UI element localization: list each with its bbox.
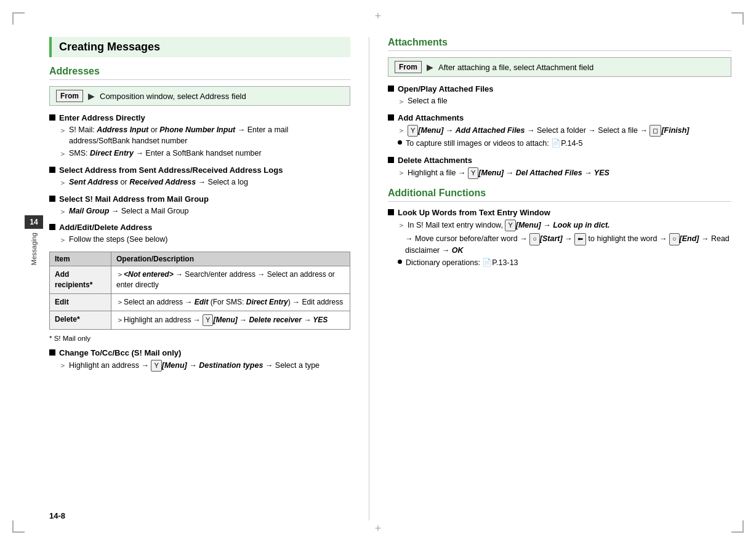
bullet-change-toccbcc: Change To/Cc/Bcc (S! Mail only) ＞ Highli… — [49, 348, 350, 372]
black-square-icon — [388, 114, 394, 121]
black-square-icon — [49, 224, 55, 230]
table-footnote: * S! Mail only — [49, 335, 350, 342]
black-square-icon — [49, 196, 55, 202]
corner-tl — [12, 12, 25, 25]
bullet-label-openplay: Open/Play Attached Files — [398, 84, 494, 93]
bullet-mail-group: Select S! Mail Address from Mail Group ＞… — [49, 194, 350, 217]
circle-bullet-icon — [398, 260, 402, 264]
bullet-heading-addattach: Add Attachments — [388, 113, 731, 122]
bullet-label-addattach: Add Attachments — [398, 113, 464, 122]
arrow-item: ＞ Select a file — [398, 96, 731, 107]
corner-tr — [731, 12, 744, 25]
black-square-icon — [388, 86, 394, 92]
bullet-label-mailgroup: Select S! Mail Address from Mail Group — [59, 194, 209, 204]
table-cell-desc: ＞Select an address → Edit (For SMS: Dire… — [111, 293, 350, 311]
arrow-item: ＞ Mail Group → Select a Mail Group — [59, 206, 350, 217]
black-square-icon — [49, 349, 55, 356]
arrow-text: Highlight an address → Y[Menu] → Destina… — [69, 360, 320, 372]
bullet-label-addedit: Add/Edit/Delete Address — [59, 223, 152, 232]
arrow-item: ＞ Highlight a file → Y[Menu] → Del Attac… — [398, 167, 731, 179]
arrow-icon: ＞ — [59, 125, 66, 136]
black-square-icon — [388, 209, 394, 215]
indent-text: → Move cursor before/after word → ○[Star… — [405, 233, 731, 256]
corner-br — [731, 520, 744, 533]
black-square-icon — [388, 157, 394, 163]
bullet-label-toccbcc: Change To/Cc/Bcc (S! Mail only) — [59, 348, 181, 357]
circle-text: To capture still images or videos to att… — [406, 138, 582, 149]
table-cell-item: Edit — [50, 293, 111, 311]
bullet-label-lookup: Look Up Words from Text Entry Window — [398, 208, 550, 217]
table-row: Delete* ＞Highlight an address → Y[Menu] … — [50, 311, 350, 329]
bullet-add-attachments: Add Attachments ＞ Y[Menu] → Add Attached… — [388, 113, 731, 149]
table-cell-item: Delete* — [50, 311, 111, 329]
arrow-text: S! Mail: Address Input or Phone Number I… — [69, 125, 350, 146]
table-header-operation: Operation/Description — [111, 252, 350, 266]
bullet-label-deleteattach: Delete Attachments — [398, 156, 472, 165]
circle-item: Dictionary operations: 📄P.13-13 — [398, 258, 731, 269]
attachments-heading: Attachments — [388, 37, 731, 51]
black-square-icon — [49, 114, 55, 121]
bullet-open-play: Open/Play Attached Files ＞ Select a file — [388, 84, 731, 107]
bullet-heading-mailgroup: Select S! Mail Address from Mail Group — [49, 194, 350, 204]
table-row: Edit ＞Select an address → Edit (For SMS:… — [50, 293, 350, 311]
from-box-right: From ▶ After attaching a file, select At… — [388, 57, 731, 77]
bullet-lookup-words: Look Up Words from Text Entry Window ＞ I… — [388, 208, 731, 269]
page-number: 14-8 — [49, 511, 65, 520]
crosshair-bottom — [375, 522, 382, 535]
bullet-heading-toccbcc: Change To/Cc/Bcc (S! Mail only) — [49, 348, 350, 357]
bullet-heading-deleteattach: Delete Attachments — [388, 156, 731, 165]
tab-label: Messaging — [30, 233, 38, 265]
bullet-add-edit-delete: Add/Edit/Delete Address ＞ Follow the ste… — [49, 223, 350, 245]
circle-text: Dictionary operations: 📄P.13-13 — [406, 258, 518, 269]
black-square-icon — [49, 167, 55, 173]
bullet-sent-received: Select Address from Sent Address/Receive… — [49, 165, 350, 188]
from-arrow-right: ▶ — [427, 62, 433, 72]
arrow-icon: ＞ — [398, 125, 405, 136]
addresses-heading: Addresses — [49, 66, 350, 80]
side-tab: 14 Messaging — [25, 215, 43, 265]
circle-bullet-icon — [398, 140, 402, 145]
arrow-icon: ＞ — [398, 168, 405, 178]
arrow-icon: ＞ — [59, 178, 66, 188]
bullet-label-sent: Select Address from Sent Address/Receive… — [59, 165, 283, 175]
from-box-left: From ▶ Composition window, select Addres… — [49, 86, 350, 106]
bullet-label-enter: Enter Address Directly — [59, 113, 145, 122]
crosshair-top — [375, 10, 382, 23]
bullet-heading-lookup: Look Up Words from Text Entry Window — [388, 208, 731, 217]
from-label-left: From — [56, 90, 83, 102]
from-text-right: After attaching a file, select Attachmen… — [438, 63, 593, 72]
bullet-heading-sent: Select Address from Sent Address/Receive… — [49, 165, 350, 175]
arrow-icon: ＞ — [398, 220, 405, 231]
arrow-item: ＞ Highlight an address → Y[Menu] → Desti… — [59, 360, 350, 372]
from-arrow-left: ▶ — [88, 91, 95, 101]
right-column: Attachments From ▶ After attaching a fil… — [369, 37, 731, 520]
arrow-item: ＞ Follow the steps (See below) — [59, 234, 350, 245]
arrow-text: In S! Mail text entry window, Y[Menu] → … — [408, 220, 610, 231]
arrow-item: ＞ Sent Address or Received Address → Sel… — [59, 177, 350, 188]
bullet-heading-addedit: Add/Edit/Delete Address — [49, 223, 350, 232]
arrow-text: Mail Group → Select a Mail Group — [69, 206, 189, 217]
arrow-icon: ＞ — [398, 97, 405, 107]
arrow-icon: ＞ — [59, 235, 66, 245]
arrow-text: Highlight a file → Y[Menu] → Del Attache… — [408, 167, 609, 179]
corner-bl — [12, 520, 25, 533]
circle-item: To capture still images or videos to att… — [398, 138, 731, 149]
arrow-icon: ＞ — [59, 360, 66, 371]
arrow-item: ＞ Y[Menu] → Add Attached Files → Select … — [398, 125, 731, 137]
bullet-heading-enter: Enter Address Directly — [49, 113, 350, 122]
arrow-text: Sent Address or Received Address → Selec… — [69, 177, 248, 188]
from-text-left: Composition window, select Address field — [100, 92, 246, 101]
table-row: Add recipients* ＞<Not entered> → Search/… — [50, 266, 350, 294]
additional-functions-heading: Additional Functions — [388, 188, 731, 202]
table-cell-desc: ＞Highlight an address → Y[Menu] → Delete… — [111, 311, 350, 329]
from-label-right: From — [395, 61, 422, 73]
tab-number: 14 — [25, 215, 43, 229]
bullet-heading-openplay: Open/Play Attached Files — [388, 84, 731, 93]
bullet-delete-attachments: Delete Attachments ＞ Highlight a file → … — [388, 156, 731, 179]
section-header: Creating Messages — [49, 37, 350, 57]
arrow-icon: ＞ — [59, 207, 66, 217]
left-column: Creating Messages Addresses From ▶ Compo… — [49, 37, 369, 520]
arrow-icon: ＞ — [59, 149, 66, 159]
arrow-text: Follow the steps (See below) — [69, 234, 168, 245]
arrow-text: Select a file — [408, 96, 448, 107]
